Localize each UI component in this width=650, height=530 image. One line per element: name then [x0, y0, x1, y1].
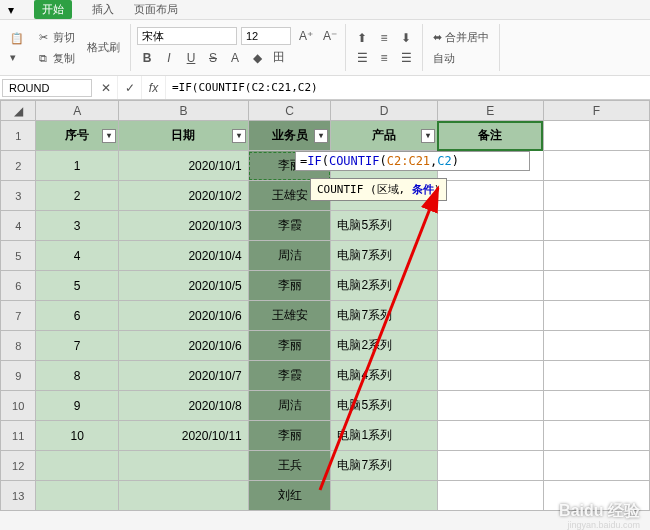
cell[interactable]: 李丽 — [248, 421, 331, 451]
size-select[interactable] — [241, 27, 291, 45]
filter-icon[interactable]: ▾ — [421, 129, 435, 143]
wrap-button[interactable]: 自动 — [429, 49, 493, 68]
strike-button[interactable]: S — [203, 47, 223, 68]
accept-formula-button[interactable]: ✓ — [118, 76, 142, 99]
select-all-corner[interactable]: ◢ — [1, 101, 36, 121]
copy-button[interactable]: ⧉复制 — [32, 49, 79, 68]
cell[interactable] — [543, 241, 649, 271]
align-top-button[interactable]: ⬆ — [352, 29, 372, 47]
cell[interactable]: 2 — [36, 181, 119, 211]
cell[interactable]: 王兵 — [248, 451, 331, 481]
cell[interactable]: 5 — [36, 271, 119, 301]
row-header[interactable]: 1 — [1, 121, 36, 151]
cell[interactable] — [437, 211, 543, 241]
cell[interactable]: 4 — [36, 241, 119, 271]
row-header[interactable]: 13 — [1, 481, 36, 511]
cell[interactable] — [543, 211, 649, 241]
cell[interactable]: 刘红 — [248, 481, 331, 511]
align-left-button[interactable]: ☰ — [352, 49, 372, 67]
cut-button[interactable]: ✂剪切 — [32, 28, 79, 47]
inline-formula-overlay[interactable]: =IF(COUNTIF(C2:C21,C2) — [295, 151, 530, 171]
align-bot-button[interactable]: ⬇ — [396, 29, 416, 47]
increase-font-button[interactable]: A⁺ — [295, 27, 315, 45]
cell[interactable] — [118, 451, 248, 481]
menu-insert[interactable]: 插入 — [92, 2, 114, 17]
cell[interactable]: 李丽 — [248, 331, 331, 361]
merge-button[interactable]: ⬌合并居中 — [429, 28, 493, 47]
header-date[interactable]: 日期▾ — [118, 121, 248, 151]
cell[interactable]: 电脑2系列 — [331, 271, 437, 301]
underline-button[interactable]: U — [181, 47, 201, 68]
cell[interactable]: 2020/10/2 — [118, 181, 248, 211]
row-header[interactable]: 9 — [1, 361, 36, 391]
formula-input[interactable]: =IF(COUNTIF(C2:C21,C2) — [166, 79, 650, 96]
cell[interactable] — [543, 301, 649, 331]
cell[interactable]: 2020/10/5 — [118, 271, 248, 301]
header-seq[interactable]: 序号▾ — [36, 121, 119, 151]
cell[interactable] — [543, 331, 649, 361]
cell[interactable]: 电脑5系列 — [331, 391, 437, 421]
cell[interactable]: 8 — [36, 361, 119, 391]
col-header-B[interactable]: B — [118, 101, 248, 121]
row-header[interactable]: 12 — [1, 451, 36, 481]
col-header-A[interactable]: A — [36, 101, 119, 121]
cell[interactable]: 2020/10/6 — [118, 331, 248, 361]
cell[interactable]: 王雄安 — [248, 301, 331, 331]
cell[interactable] — [543, 271, 649, 301]
cell[interactable]: 2020/10/4 — [118, 241, 248, 271]
cell[interactable]: 电脑5系列 — [331, 211, 437, 241]
cell[interactable] — [36, 451, 119, 481]
cell[interactable]: 2020/10/1 — [118, 151, 248, 181]
col-header-C[interactable]: C — [248, 101, 331, 121]
cell[interactable] — [437, 481, 543, 511]
cell[interactable] — [437, 451, 543, 481]
cell[interactable]: 3 — [36, 211, 119, 241]
italic-button[interactable]: I — [159, 47, 179, 68]
cell[interactable]: 电脑1系列 — [331, 421, 437, 451]
cell[interactable]: 周洁 — [248, 391, 331, 421]
row-header[interactable]: 4 — [1, 211, 36, 241]
cell[interactable]: 9 — [36, 391, 119, 421]
cell[interactable]: 10 — [36, 421, 119, 451]
name-box[interactable] — [2, 79, 92, 97]
cell[interactable] — [437, 361, 543, 391]
cell[interactable]: 2020/10/8 — [118, 391, 248, 421]
align-right-button[interactable]: ☰ — [396, 49, 416, 67]
fill-color-button[interactable]: ◆ — [247, 47, 267, 68]
filter-icon[interactable]: ▾ — [314, 129, 328, 143]
cell[interactable] — [437, 421, 543, 451]
cell[interactable] — [331, 481, 437, 511]
row-header[interactable]: 2 — [1, 151, 36, 181]
header-note[interactable]: 备注 — [437, 121, 543, 151]
filter-icon[interactable]: ▾ — [102, 129, 116, 143]
cell[interactable] — [36, 481, 119, 511]
font-color-button[interactable]: A — [225, 47, 245, 68]
cancel-formula-button[interactable]: ✕ — [94, 76, 118, 99]
header-name[interactable]: 业务员▾ — [248, 121, 331, 151]
cell[interactable] — [543, 451, 649, 481]
cell[interactable] — [437, 181, 543, 211]
cell[interactable] — [543, 151, 649, 181]
cell[interactable]: 李霞 — [248, 361, 331, 391]
filter-icon[interactable]: ▾ — [232, 129, 246, 143]
cell[interactable]: 6 — [36, 301, 119, 331]
cell[interactable]: 7 — [36, 331, 119, 361]
row-header[interactable]: 8 — [1, 331, 36, 361]
cell[interactable]: 2020/10/6 — [118, 301, 248, 331]
format-painter-button[interactable]: 格式刷 — [83, 38, 124, 57]
cell[interactable]: 电脑7系列 — [331, 451, 437, 481]
cell[interactable]: 电脑7系列 — [331, 241, 437, 271]
row-header[interactable]: 11 — [1, 421, 36, 451]
col-header-F[interactable]: F — [543, 101, 649, 121]
paste-button[interactable]: 📋 — [6, 30, 28, 47]
border-button[interactable]: 田 — [269, 47, 289, 68]
fx-button[interactable]: fx — [142, 76, 166, 99]
cell[interactable]: 2020/10/7 — [118, 361, 248, 391]
cell[interactable] — [543, 391, 649, 421]
cell[interactable]: 电脑4系列 — [331, 361, 437, 391]
cell[interactable] — [543, 361, 649, 391]
align-center-button[interactable]: ≡ — [374, 49, 394, 67]
row-header[interactable]: 5 — [1, 241, 36, 271]
cell[interactable]: 电脑7系列 — [331, 301, 437, 331]
col-header-D[interactable]: D — [331, 101, 437, 121]
